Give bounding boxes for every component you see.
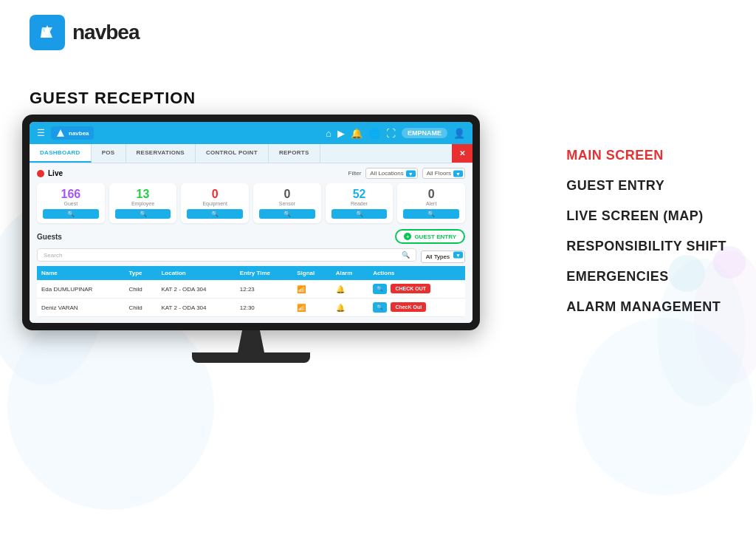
- type-filter-wrap: All Types ▼: [421, 248, 465, 262]
- stat-sensor-number: 0: [259, 188, 315, 201]
- stat-equipment: 0 Equipment 🔍: [181, 183, 249, 223]
- menu-item-responsibility-shift[interactable]: RESPONSIBILITY SHIFT: [566, 239, 726, 254]
- monitor-screen: ☰ navbea ⌂ ▶ 🔔 🌐 ⛶ EMPNAME 👤: [30, 122, 472, 323]
- menu-item-main-screen[interactable]: MAIN SCREEN: [566, 148, 726, 163]
- logo-icon: [36, 21, 58, 44]
- guests-header: Guests + GUEST ENTRY: [37, 229, 465, 244]
- col-entry-time: Entry Time: [236, 266, 292, 280]
- navbar-logo-icon: [55, 128, 66, 138]
- search-placeholder: Search: [44, 252, 62, 259]
- live-bar: Live Filter All Locations ▼ All Floors ▼: [37, 169, 465, 177]
- stat-equipment-search-icon: 🔍: [211, 211, 219, 217]
- stat-reader-number: 52: [331, 188, 388, 201]
- col-location: Location: [157, 266, 235, 280]
- stat-reader-search-icon: 🔍: [356, 211, 363, 217]
- stat-alert: 0 Alert 🔍: [397, 183, 465, 223]
- guest-2-entry-time: 12:30: [236, 299, 292, 317]
- tab-pos[interactable]: POS: [92, 144, 126, 163]
- menu-item-alarm-management[interactable]: ALARM MANAGEMENT: [566, 299, 726, 315]
- fullscreen-icon[interactable]: ⛶: [386, 128, 396, 139]
- stat-sensor-label: Sensor: [259, 201, 315, 206]
- stat-reader-btn[interactable]: 🔍: [331, 209, 388, 219]
- navbar-icons: ⌂ ▶ 🔔 🌐 ⛶ EMPNAME 👤: [326, 128, 465, 139]
- guest-entry-button[interactable]: + GUEST ENTRY: [395, 229, 465, 244]
- stat-alert-number: 0: [403, 188, 459, 201]
- filter-bar: Filter All Locations ▼ All Floors ▼: [348, 170, 465, 177]
- guest-1-entry-time: 12:23: [236, 280, 292, 299]
- stat-employee-number: 13: [115, 188, 171, 201]
- guests-title: Guests: [37, 233, 62, 241]
- home-icon[interactable]: ⌂: [326, 128, 331, 139]
- stat-employee-search-icon: 🔍: [140, 211, 147, 217]
- guest-2-checkout-button[interactable]: ChecK OuI: [391, 302, 426, 312]
- table-body: Eda DUMLUPINAR Child KAT 2 - ODA 304 12:…: [37, 280, 465, 317]
- location-filter-wrap: All Locations ▼: [365, 170, 417, 177]
- globe-icon[interactable]: 🌐: [368, 128, 380, 139]
- stat-equipment-label: Equipment: [187, 201, 243, 206]
- guest-entry-circle-icon: +: [404, 233, 411, 240]
- stat-guest: 166 Guest 🔍: [37, 183, 105, 223]
- search-input-wrap: Search 🔍: [37, 248, 416, 262]
- app-navbar: ☰ navbea ⌂ ▶ 🔔 🌐 ⛶ EMPNAME 👤: [30, 122, 472, 144]
- stat-equipment-number: 0: [187, 188, 243, 201]
- stat-guest-btn[interactable]: 🔍: [43, 209, 99, 219]
- guest-1-type: Child: [124, 280, 157, 299]
- stat-employee: 13 Employee 🔍: [109, 183, 177, 223]
- plus-icon: +: [406, 234, 409, 239]
- stat-alert-search-icon: 🔍: [427, 211, 435, 217]
- guest-entry-label: GUEST ENTRY: [414, 234, 456, 240]
- play-icon[interactable]: ▶: [337, 128, 345, 139]
- hamburger-icon[interactable]: ☰: [37, 128, 45, 138]
- header: navbea: [30, 15, 140, 50]
- guest-1-location: KAT 2 - ODA 304: [157, 280, 235, 299]
- type-filter-arrow: ▼: [453, 252, 463, 259]
- guest-1-checkout-button[interactable]: CHECK OUT: [391, 284, 430, 293]
- search-bar-row: Search 🔍 All Types ▼: [37, 248, 465, 262]
- guest-2-search-button[interactable]: 🔍: [373, 302, 387, 313]
- guest-2-actions: 🔍 ChecK OuI: [368, 299, 465, 317]
- menu-item-live-screen[interactable]: LIVE SCREEN (MAP): [566, 208, 726, 224]
- tab-exit[interactable]: ✕: [452, 144, 472, 163]
- stat-equipment-btn[interactable]: 🔍: [187, 209, 243, 219]
- stat-employee-btn[interactable]: 🔍: [115, 209, 171, 219]
- navbar-brand: navbea: [69, 130, 89, 137]
- stat-guest-search-icon: 🔍: [67, 211, 75, 217]
- col-type: Type: [124, 266, 157, 280]
- guest-2-name: Deniz VARAN: [37, 299, 124, 317]
- guest-2-type: Child: [124, 299, 157, 317]
- tab-reservations[interactable]: RESERVATIONS: [126, 144, 196, 163]
- exit-icon: ✕: [459, 149, 465, 157]
- tab-dashboard[interactable]: DASHBOARD: [30, 144, 92, 163]
- stat-reader: 52 Reader 🔍: [326, 183, 394, 223]
- col-actions: Actions: [368, 266, 465, 280]
- guest-1-actions: 🔍 CHECK OUT: [368, 280, 465, 299]
- user-avatar-icon: 👤: [453, 128, 465, 139]
- tab-bar: DASHBOARD POS RESERVATIONS CONTROL POINT…: [30, 144, 472, 163]
- menu-item-guest-entry[interactable]: GUEST ENTRY: [566, 178, 726, 194]
- brand-name: navbea: [72, 21, 140, 44]
- live-label: Live: [48, 169, 63, 177]
- monitor-stand: [22, 330, 480, 363]
- location-filter-arrow: ▼: [406, 170, 416, 177]
- tab-control-point[interactable]: CONTROL POINT: [196, 144, 269, 163]
- emp-name-badge: EMPNAME: [402, 128, 447, 138]
- tab-reports[interactable]: REPORTS: [269, 144, 320, 163]
- guest-1-signal: 📶: [292, 280, 331, 299]
- guest-1-search-button[interactable]: 🔍: [373, 284, 387, 294]
- svg-point-7: [576, 318, 753, 495]
- navbar-left: ☰ navbea: [37, 126, 94, 140]
- menu-item-emergencies[interactable]: EMERGENCIES: [566, 269, 726, 284]
- stat-guest-label: Guest: [43, 201, 99, 206]
- stat-alert-btn[interactable]: 🔍: [403, 209, 459, 219]
- guests-table: Name Type Location Entry Time Signal Ala…: [37, 266, 465, 317]
- stat-guest-number: 166: [43, 188, 99, 201]
- stat-sensor-btn[interactable]: 🔍: [259, 209, 315, 219]
- table-head: Name Type Location Entry Time Signal Ala…: [37, 266, 465, 280]
- stat-sensor-search-icon: 🔍: [284, 211, 291, 217]
- dashboard-content: Live Filter All Locations ▼ All Floors ▼: [30, 163, 472, 323]
- bell-nav-icon[interactable]: 🔔: [351, 128, 362, 139]
- table-header-row: Name Type Location Entry Time Signal Ala…: [37, 266, 465, 280]
- monitor-base: [192, 352, 310, 363]
- wifi-signal-icon-2: 📶: [297, 304, 306, 312]
- wifi-signal-icon: 📶: [297, 285, 306, 293]
